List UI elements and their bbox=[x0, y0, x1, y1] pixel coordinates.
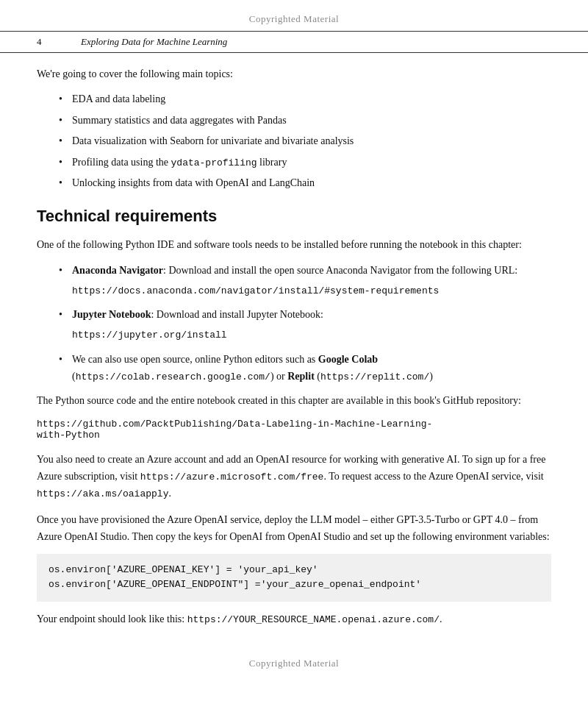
content-area: We're going to cover the following main … bbox=[0, 53, 588, 644]
section-heading-tech: Technical requirements bbox=[37, 207, 551, 226]
replit-label: Replit bbox=[287, 371, 315, 382]
header-bar: 4 Exploring Data for Machine Learning bbox=[0, 31, 588, 53]
anaconda-label: Anaconda Navigator bbox=[72, 265, 163, 276]
endpoint-url: https://YOUR_RESOURCE_NAME.openai.azure.… bbox=[187, 614, 440, 625]
azure-paragraph: You also need to create an Azure account… bbox=[37, 451, 551, 502]
jupyter-url: https://jupyter.org/install bbox=[72, 327, 551, 343]
list-item-colab: We can also use open source, online Pyth… bbox=[59, 351, 551, 385]
azure-end-text: . bbox=[168, 488, 171, 499]
page-wrapper: Copyrighted Material 4 Exploring Data fo… bbox=[0, 0, 588, 726]
list-item: Summary statistics and data aggregates w… bbox=[59, 113, 551, 129]
azure-url2: https://aka.ms/oaiapply bbox=[37, 488, 168, 499]
code-line-2: os.environ['AZURE_OPENAI_ENDPOINT"] ='yo… bbox=[49, 579, 421, 590]
colab-text-3: ) or bbox=[270, 371, 287, 382]
deploy-text: Once you have provisioned the Azure Open… bbox=[37, 514, 550, 542]
tech-intro-paragraph: One of the following Python IDE and soft… bbox=[37, 236, 551, 253]
code-block-env: os.environ['AZURE_OPENAI_KEY'] = 'your_a… bbox=[37, 554, 551, 602]
jupyter-desc: : Download and install Jupyter Notebook: bbox=[151, 309, 323, 320]
azure-url1: https://azure.microsoft.com/free bbox=[140, 471, 324, 483]
endpoint-intro-text: Your endpoint should look like this: bbox=[37, 613, 187, 624]
github-url: https://github.com/PacktPublishing/Data-… bbox=[37, 419, 551, 441]
page-number: 4 bbox=[37, 36, 59, 48]
list-item-jupyter: Jupyter Notebook: Download and install J… bbox=[59, 306, 551, 344]
replit-text-2: ) bbox=[429, 371, 433, 382]
replit-url: https://replit.com/ bbox=[320, 371, 429, 382]
anaconda-url: https://docs.anaconda.com/navigator/inst… bbox=[72, 283, 551, 299]
anaconda-desc: : Download and install the open source A… bbox=[163, 265, 517, 276]
topics-list: EDA and data labeling Summary statistics… bbox=[59, 91, 551, 191]
endpoint-end-text: . bbox=[440, 613, 442, 624]
github-paragraph: The Python source code and the entire no… bbox=[37, 392, 551, 409]
colab-url: https://colab.research.google.com/ bbox=[76, 371, 270, 382]
colab-label: Google Colab bbox=[318, 354, 378, 365]
deploy-paragraph: Once you have provisioned the Azure Open… bbox=[37, 511, 551, 545]
list-item: EDA and data labeling bbox=[59, 91, 551, 107]
list-item: Profiling data using the ydata-profiling… bbox=[59, 154, 551, 171]
endpoint-paragraph: Your endpoint should look like this: htt… bbox=[37, 611, 551, 627]
watermark-top: Copyrighted Material bbox=[0, 0, 588, 31]
azure-mid-text: . To request access to the Azure OpenAI … bbox=[323, 471, 543, 482]
jupyter-label: Jupyter Notebook bbox=[72, 309, 151, 320]
list-item-anaconda: Anaconda Navigator: Download and install… bbox=[59, 262, 551, 299]
watermark-bottom: Copyrighted Material bbox=[0, 644, 588, 683]
code-line-1: os.environ['AZURE_OPENAI_KEY'] = 'your_a… bbox=[49, 564, 318, 575]
chapter-title: Exploring Data for Machine Learning bbox=[81, 36, 227, 48]
intro-paragraph: We're going to cover the following main … bbox=[37, 66, 551, 82]
github-intro-text: The Python source code and the entire no… bbox=[37, 395, 521, 406]
list-item: Data visualization with Seaborn for univ… bbox=[59, 133, 551, 149]
list-item: Unlocking insights from data with OpenAI… bbox=[59, 175, 551, 191]
colab-text-1: We can also use open source, online Pyth… bbox=[72, 354, 318, 365]
code-inline: ydata-profiling bbox=[171, 157, 257, 168]
tools-list: Anaconda Navigator: Download and install… bbox=[59, 262, 551, 385]
replit-text-1: ( bbox=[315, 371, 320, 382]
